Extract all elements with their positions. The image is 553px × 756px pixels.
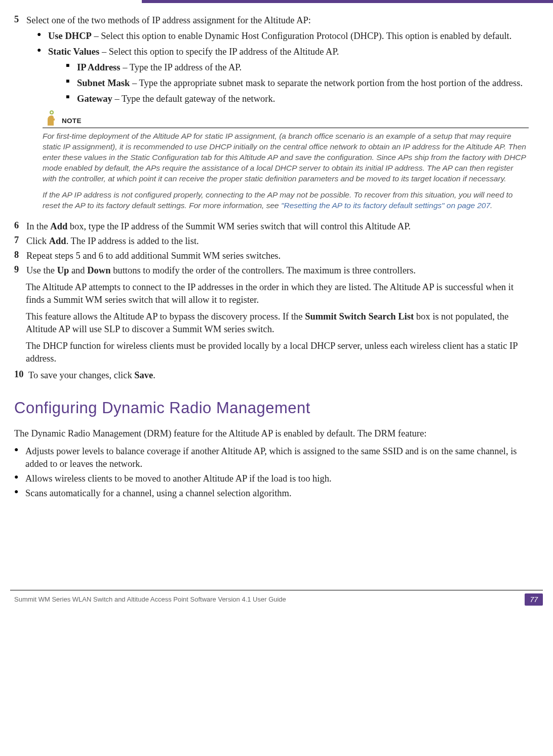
footer-title: Summit WM Series WLAN Switch and Altitud… <box>14 595 286 603</box>
svg-point-0 <box>50 111 53 114</box>
list-item: Adjusts power levels to balance coverage… <box>14 445 539 470</box>
note-label: NOTE <box>62 117 82 127</box>
step-9-para-2: This feature allows the Altitude AP to b… <box>26 310 532 336</box>
page-content: 5 Select one of the two methods of IP ad… <box>0 14 553 606</box>
b: Save <box>134 370 153 380</box>
text: – Type the default gateway of the networ… <box>112 94 275 104</box>
step-number: 5 <box>14 14 24 25</box>
step-text: Use the Up and Down buttons to modify th… <box>26 264 528 277</box>
step-number: 6 <box>14 220 24 231</box>
label: Gateway <box>77 94 112 104</box>
t: and <box>69 265 87 275</box>
sub-ip-address: IP Address – Type the IP address of the … <box>66 61 539 74</box>
t: buttons to modify the order of the contr… <box>111 265 416 275</box>
t: . The IP address is added to the list. <box>66 236 199 246</box>
label: IP Address <box>77 62 121 72</box>
t: Use the <box>26 265 57 275</box>
note-link[interactable]: "Resetting the AP to its factory default… <box>281 201 490 210</box>
label: Static Values <box>48 47 99 57</box>
label: Subnet Mask <box>77 78 130 88</box>
step-number: 7 <box>14 235 24 246</box>
step-text: In the Add box, type the IP address of t… <box>26 220 528 233</box>
t: Click <box>26 236 49 246</box>
step-text: To save your changes, click Save. <box>28 369 528 382</box>
text: – Type the IP address of the AP. <box>121 62 242 72</box>
list-item: Allows wireless clients to be moved to a… <box>14 472 539 485</box>
b: Summit Switch Search List <box>305 311 414 322</box>
static-sublist: IP Address – Type the IP address of the … <box>66 61 539 105</box>
note-paragraph-1: For first-time deployment of the Altitud… <box>43 131 529 184</box>
b: Add <box>49 236 66 246</box>
option-dhcp: Use DHCP – Select this option to enable … <box>37 30 539 43</box>
b: Up <box>57 265 69 275</box>
step-5: 5 Select one of the two methods of IP ad… <box>14 14 539 27</box>
text: . <box>490 201 492 210</box>
svg-rect-1 <box>49 118 55 121</box>
note-paragraph-2: If the AP IP address is not configured p… <box>43 190 529 211</box>
spacer <box>43 184 529 190</box>
sub-subnet-mask: Subnet Mask – Type the appropriate subne… <box>66 77 539 90</box>
step-9: 9 Use the Up and Down buttons to modify … <box>14 264 539 277</box>
info-icon <box>43 110 59 127</box>
step-text: Repeat steps 5 and 6 to add additional S… <box>26 250 528 262</box>
t: This feature allows the Altitude AP to b… <box>26 311 305 322</box>
step-8: 8 Repeat steps 5 and 6 to add additional… <box>14 250 539 262</box>
note-block: NOTE For first-time deployment of the Al… <box>43 110 529 211</box>
section-intro: The Dynamic Radio Management (DRM) featu… <box>14 427 539 440</box>
t: In the <box>26 221 50 231</box>
text: – Select this option to specify the IP a… <box>99 47 339 57</box>
text: – Select this option to enable Dynamic H… <box>92 31 511 41</box>
step-5-options: Use DHCP – Select this option to enable … <box>37 30 539 105</box>
page-number-badge: 77 <box>525 593 543 606</box>
t: . <box>153 370 155 380</box>
step-number: 8 <box>14 250 24 260</box>
step-10: 10 To save your changes, click Save. <box>14 369 539 382</box>
page-footer: Summit WM Series WLAN Switch and Altitud… <box>10 590 543 606</box>
label: Use DHCP <box>48 31 92 41</box>
step-text: Select one of the two methods of IP addr… <box>26 14 528 27</box>
b: Add <box>50 221 67 231</box>
t: box, type the IP address of the Summit W… <box>67 221 411 231</box>
list-item: Scans automatically for a channel, using… <box>14 487 539 500</box>
text: – Type the appropriate subnet mask to se… <box>130 78 523 88</box>
step-7: 7 Click Add. The IP address is added to … <box>14 235 539 248</box>
step-number: 10 <box>14 369 26 380</box>
note-header: NOTE <box>43 110 529 128</box>
section-heading: Configuring Dynamic Radio Management <box>14 399 539 417</box>
step-number: 9 <box>14 264 24 275</box>
option-static: Static Values – Select this option to sp… <box>37 46 539 105</box>
step-text: Click Add. The IP address is added to th… <box>26 235 528 248</box>
step-9-para-1: The Altitude AP attempts to connect to t… <box>26 281 532 306</box>
step-6: 6 In the Add box, type the IP address of… <box>14 220 539 233</box>
drm-feature-list: Adjusts power levels to balance coverage… <box>14 445 539 500</box>
note-body: For first-time deployment of the Altitud… <box>43 131 529 211</box>
step-9-para-3: The DHCP function for wireless clients m… <box>26 340 532 365</box>
t: To save your changes, click <box>28 370 134 380</box>
header-rule <box>142 0 553 3</box>
b: Down <box>87 265 110 275</box>
sub-gateway: Gateway – Type the default gateway of th… <box>66 93 539 105</box>
